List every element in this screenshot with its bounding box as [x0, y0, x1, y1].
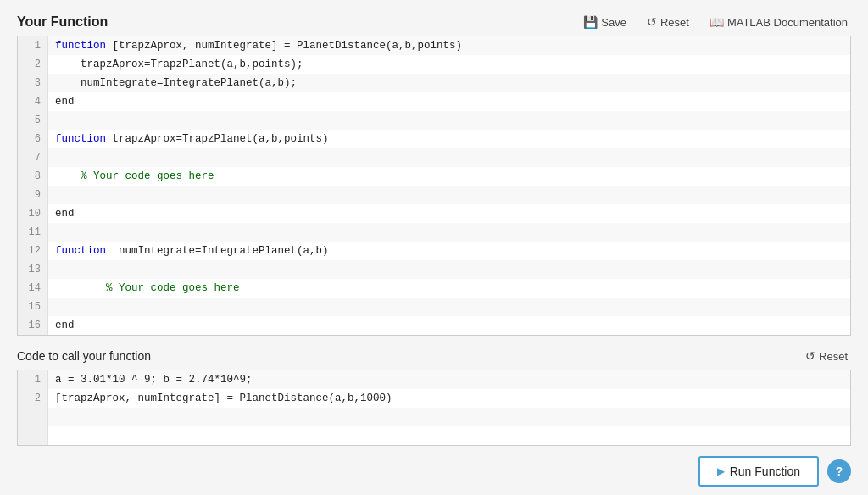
table-row: 1 function [trapzAprox, numIntegrate] = …	[18, 36, 850, 55]
line-number: 1	[18, 370, 48, 389]
call-function-title: Code to call your function	[17, 349, 151, 363]
run-function-label: Run Function	[730, 464, 800, 478]
line-number: 3	[18, 74, 48, 92]
line-content	[48, 260, 69, 279]
reset2-icon: ↺	[805, 349, 815, 363]
line-number: 7	[18, 148, 48, 167]
line-number: 1	[18, 36, 48, 55]
save-icon: 💾	[583, 15, 598, 29]
play-icon: ▶	[717, 465, 725, 477]
line-content: end	[48, 92, 81, 111]
save-label: Save	[601, 16, 626, 29]
line-number: 2	[18, 55, 48, 74]
table-row: 1 a = 3.01*10 ^ 9; b = 2.74*10^9;	[18, 370, 850, 389]
matlab-docs-label: MATLAB Documentation	[727, 16, 848, 29]
table-row: 8 % Your code goes here	[18, 167, 850, 186]
line-content	[48, 408, 69, 426]
line-content	[48, 148, 69, 167]
table-row	[18, 426, 850, 445]
line-content: a = 3.01*10 ^ 9; b = 2.74*10^9;	[48, 370, 259, 389]
call-function-section: Code to call your function ↺ Reset 1 a =…	[17, 348, 851, 446]
reset-button[interactable]: ↺ Reset	[643, 14, 693, 31]
line-content: numIntegrate=IntegratePlanet(a,b);	[48, 74, 303, 92]
table-row: 9	[18, 186, 850, 204]
table-row: 14 % Your code goes here	[18, 279, 850, 298]
help-button[interactable]: ?	[827, 459, 851, 483]
table-row: 2 trapzAprox=TrapzPlanet(a,b,points);	[18, 55, 850, 74]
line-number: 10	[18, 204, 48, 223]
line-number: 13	[18, 260, 48, 279]
table-row: 13	[18, 260, 850, 279]
call-function-header: Code to call your function ↺ Reset	[17, 348, 851, 364]
line-number: 4	[18, 92, 48, 111]
table-row: 4 end	[18, 92, 850, 111]
bottom-bar: ▶ Run Function ?	[17, 456, 851, 487]
line-number: 6	[18, 130, 48, 148]
toolbar: 💾 Save ↺ Reset 📖 MATLAB Documentation	[580, 14, 851, 31]
line-number	[18, 408, 48, 426]
line-number: 11	[18, 223, 48, 242]
reset2-button[interactable]: ↺ Reset	[802, 348, 851, 364]
book-icon: 📖	[709, 15, 724, 29]
line-content: [trapzAprox, numIntegrate] = PlanetDista…	[48, 389, 399, 408]
table-row	[18, 408, 850, 426]
line-content: % Your code goes here	[48, 279, 247, 298]
line-number	[18, 426, 48, 445]
table-row: 6 function trapzAprox=TrapzPlanet(a,b,po…	[18, 130, 850, 148]
help-label: ?	[836, 464, 843, 478]
reset-label: Reset	[660, 16, 689, 29]
reset-icon: ↺	[647, 15, 657, 29]
line-number: 9	[18, 186, 48, 204]
table-row: 11	[18, 223, 850, 242]
reset2-label: Reset	[819, 350, 848, 363]
line-number: 2	[18, 389, 48, 408]
line-content: function numIntegrate=IntegratePlanet(a,…	[48, 242, 336, 260]
line-content	[48, 223, 69, 242]
table-row: 7	[18, 148, 850, 167]
line-number: 16	[18, 316, 48, 335]
line-content: function [trapzAprox, numIntegrate] = Pl…	[48, 36, 469, 55]
save-button[interactable]: 💾 Save	[580, 14, 630, 31]
line-content: trapzAprox=TrapzPlanet(a,b,points);	[48, 55, 310, 74]
line-content: end	[48, 316, 81, 335]
call-code-editor[interactable]: 1 a = 3.01*10 ^ 9; b = 2.74*10^9; 2 [tra…	[17, 370, 851, 446]
line-number: 5	[18, 111, 48, 130]
run-function-button[interactable]: ▶ Run Function	[698, 456, 819, 487]
line-content: % Your code goes here	[48, 167, 221, 186]
line-content: function trapzAprox=TrapzPlanet(a,b,poin…	[48, 130, 336, 148]
line-number: 14	[18, 279, 48, 298]
table-row: 16 end	[18, 316, 850, 335]
line-number: 12	[18, 242, 48, 260]
table-row: 12 function numIntegrate=IntegratePlanet…	[18, 242, 850, 260]
line-number: 15	[18, 298, 48, 316]
matlab-docs-button[interactable]: 📖 MATLAB Documentation	[706, 14, 851, 31]
table-row: 15	[18, 298, 850, 316]
table-row: 2 [trapzAprox, numIntegrate] = PlanetDis…	[18, 389, 850, 408]
line-content	[48, 186, 69, 204]
line-content	[48, 298, 69, 316]
table-row: 5	[18, 111, 850, 130]
line-content	[48, 111, 69, 130]
line-number: 8	[18, 167, 48, 186]
table-row: 10 end	[18, 204, 850, 223]
line-content: end	[48, 204, 81, 223]
function-code-editor[interactable]: 1 function [trapzAprox, numIntegrate] = …	[17, 36, 851, 336]
your-function-title: Your Function	[17, 14, 108, 30]
line-content	[48, 426, 69, 445]
table-row: 3 numIntegrate=IntegratePlanet(a,b);	[18, 74, 850, 92]
